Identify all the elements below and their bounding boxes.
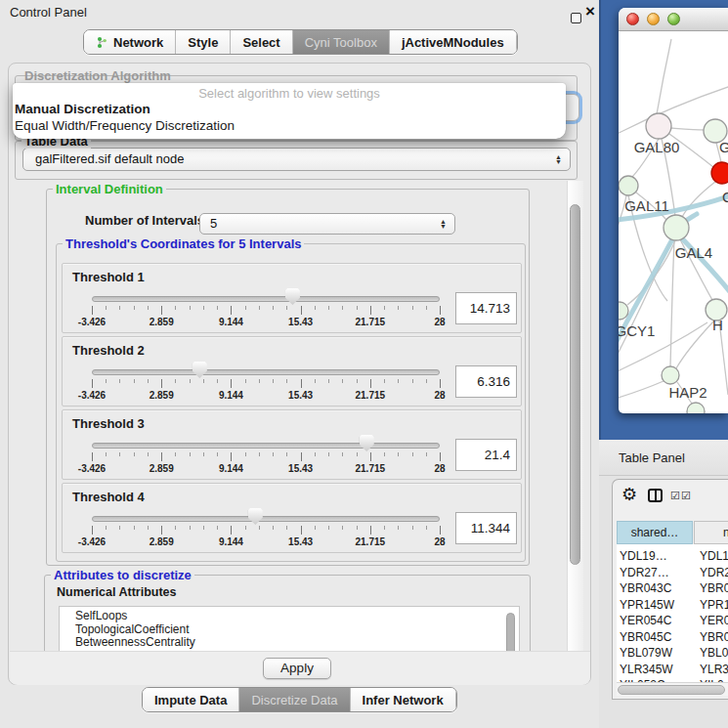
apply-button[interactable]: Apply	[263, 658, 331, 679]
slider-tick	[398, 379, 399, 383]
checkbox-icon[interactable]: ☑	[681, 490, 691, 501]
slider-tick	[286, 379, 287, 383]
table-row[interactable]: YBR045C YBR0	[617, 629, 728, 646]
threshold-slider-thumb[interactable]	[193, 362, 207, 378]
slider-tick	[342, 379, 343, 383]
threshold-slider-track[interactable]	[92, 369, 440, 375]
network-node[interactable]	[711, 162, 728, 184]
bottom-tab[interactable]: Infer Network	[351, 688, 456, 711]
network-edge[interactable]	[676, 321, 714, 368]
table-data-combo[interactable]: galFiltered.sif default node ▲▼	[22, 148, 571, 171]
threshold-slider-thumb[interactable]	[285, 288, 300, 305]
threshold-row: Threshold 1-3.4262.8599.14415.4321.71528…	[62, 263, 522, 333]
table-header-name[interactable]: na	[694, 521, 728, 544]
threshold-slider-track[interactable]	[92, 443, 440, 449]
network-canvas[interactable]: GAL80GGAL11CGAL4GCY1HHAP2	[619, 30, 728, 413]
combo-spinner-icon: ▲▼	[440, 219, 447, 229]
threshold-slider-thumb[interactable]	[360, 435, 374, 451]
top-tab[interactable]: jActiveMNodules	[390, 30, 517, 54]
top-tab[interactable]: Style	[176, 30, 231, 54]
network-node[interactable]	[662, 366, 679, 384]
threshold-value-field[interactable]: 21.4	[455, 439, 517, 471]
table-header-shared[interactable]: shared…	[617, 521, 693, 544]
slider-tick	[148, 526, 149, 530]
table-row[interactable]: YBL079W YBL0	[617, 645, 728, 662]
interval-definition-group: Interval Definition Number of Intervals …	[46, 189, 530, 566]
slider-tick	[384, 379, 385, 383]
network-edge[interactable]	[619, 381, 664, 404]
slider-tick	[190, 306, 191, 310]
attribute-list-item[interactable]: TopologicalCoefficient	[60, 623, 519, 637]
network-window-titlebar[interactable]	[619, 8, 728, 31]
slider-tick-label: -3.426	[78, 463, 106, 474]
table-cell-name: YBL0	[697, 645, 728, 662]
threshold-value-field[interactable]: 14.713	[455, 292, 517, 324]
numerical-attributes-list[interactable]: SelfLoops TopologicalCoefficient Between…	[59, 606, 520, 651]
close-traffic-light-icon[interactable]	[626, 13, 639, 25]
network-node-label: GCY1	[619, 322, 655, 339]
algorithm-dropdown-item[interactable]: Manual Discretization	[15, 102, 150, 117]
network-node[interactable]	[664, 215, 689, 240]
attribute-list-item[interactable]: BetweennessCentrality	[60, 636, 519, 650]
slider-tick	[301, 379, 302, 388]
table-row[interactable]: YLR345W YLR3	[617, 662, 728, 678]
threshold-slider-track[interactable]	[92, 296, 440, 302]
slider-tick	[412, 526, 413, 530]
slider-tick-label: 28	[434, 317, 445, 327]
network-node-label: GAL11	[624, 197, 669, 214]
slider-tick	[301, 306, 302, 315]
attribute-list-item[interactable]: SelfLoops	[60, 610, 519, 623]
table-hscrollbar-thumb[interactable]	[618, 685, 725, 695]
attributes-list-scrollbar[interactable]	[506, 613, 515, 651]
threshold-slider-track[interactable]	[92, 516, 440, 522]
slider-tick	[357, 306, 358, 310]
slider-tick	[259, 306, 260, 310]
viewport-scrollbar-thumb[interactable]	[570, 204, 580, 565]
table-row[interactable]: YPR145W YPR1	[617, 597, 728, 614]
checkbox-icon[interactable]: ☑	[670, 490, 680, 501]
float-window-icon[interactable]	[571, 13, 581, 23]
table-row[interactable]: YDL19… YDL1	[617, 548, 728, 565]
top-tab-bar: Network Style Select Cyni Toolbox jActiv…	[83, 29, 518, 55]
top-tab[interactable]: Cyni Toolbox	[293, 30, 390, 54]
threshold-value-field[interactable]: 6.316	[455, 365, 517, 398]
number-of-intervals-combo[interactable]: 5 ▲▼	[199, 213, 455, 235]
table-panel-title: Table Panel	[619, 450, 685, 465]
table-cell-shared-name: YBR045C	[617, 629, 697, 646]
close-icon[interactable]: ×	[585, 2, 595, 21]
threshold-value-field[interactable]: 11.344	[455, 512, 517, 544]
gear-icon[interactable]: ⚙	[621, 485, 637, 504]
slider-tick	[203, 306, 204, 310]
threshold-row: Threshold 4-3.4262.8599.14415.4321.71528…	[62, 483, 522, 553]
settings-scroll-viewport: Interval Definition Number of Intervals …	[15, 181, 583, 651]
network-node[interactable]	[619, 176, 638, 195]
zoom-traffic-light-icon[interactable]	[667, 13, 680, 25]
top-tab-label: Cyni Toolbox	[305, 35, 377, 50]
table-row[interactable]: YBR043C YBR0	[617, 580, 728, 597]
bottom-tab[interactable]: Impute Data	[143, 688, 239, 711]
slider-tick	[412, 306, 413, 310]
slider-tick	[328, 526, 329, 530]
bottom-tab[interactable]: Discretize Data	[239, 688, 350, 711]
network-node[interactable]	[687, 403, 705, 413]
algorithm-dropdown-item[interactable]: Equal Width/Frequency Discretization	[15, 118, 235, 134]
bottom-tab-label: Discretize Data	[251, 693, 337, 707]
slider-tick	[273, 452, 274, 456]
top-tab[interactable]: Network	[84, 30, 176, 54]
network-edge[interactable]	[671, 128, 705, 130]
split-columns-icon[interactable]	[648, 489, 663, 502]
table-row[interactable]: YDR27… YDR2	[617, 565, 728, 581]
network-node[interactable]	[646, 113, 671, 139]
minimize-traffic-light-icon[interactable]	[647, 13, 660, 25]
slider-tick	[412, 379, 413, 383]
table-hscrollbar-track[interactable]	[617, 682, 728, 696]
table-row[interactable]: YER054C YER0	[617, 613, 728, 629]
top-tab[interactable]: Select	[231, 30, 292, 54]
slider-tick	[315, 526, 316, 530]
network-edge[interactable]	[657, 39, 671, 114]
network-edge[interactable]	[670, 240, 674, 366]
threshold-slider-thumb[interactable]	[248, 508, 263, 525]
slider-tick	[426, 452, 427, 456]
slider-tick	[301, 526, 302, 535]
table-cell-name: YDL1	[697, 548, 728, 565]
